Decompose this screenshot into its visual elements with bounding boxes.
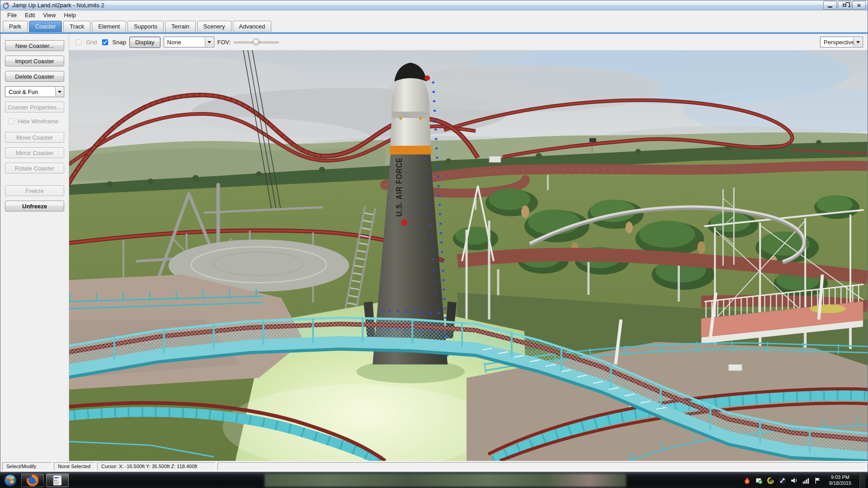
menubar: File Edit View Help xyxy=(0,10,868,20)
system-tray: 9:03 PM 8/18/2015 xyxy=(743,473,868,488)
new-coaster-button[interactable]: New Coaster... xyxy=(5,40,64,51)
mode-select-dropdown[interactable]: None xyxy=(164,37,214,47)
clock-time: 9:03 PM xyxy=(829,474,851,480)
grid-label: Grid xyxy=(86,39,97,46)
unfreeze-button[interactable]: Unfreeze xyxy=(5,201,64,211)
move-coaster-button[interactable]: Move Coaster xyxy=(5,132,64,143)
menu-file[interactable]: File xyxy=(3,11,21,19)
snap-checkbox[interactable] xyxy=(102,39,108,45)
tab-terrain[interactable]: Terrain xyxy=(165,21,196,32)
window-title: Jamp Up Land.nl2park - NoLimits 2 xyxy=(12,2,104,9)
viewport-toolbar: Grid Snap Display None FOV: Perspective xyxy=(69,34,868,50)
hide-wireframe-label: Hide Wireframe xyxy=(18,118,58,125)
fov-slider[interactable] xyxy=(234,38,279,46)
status-cursor: Cursor: X: -16.500ft Y: 35.500ft Z: 118.… xyxy=(97,462,216,470)
status-empty xyxy=(217,462,866,470)
dropbox-sync-icon[interactable] xyxy=(755,477,763,484)
rotate-coaster-button[interactable]: Rotate Coaster xyxy=(5,163,64,174)
camera-mode-dropdown[interactable]: Perspective xyxy=(820,37,863,47)
tab-element[interactable]: Element xyxy=(92,21,126,32)
viewport-3d[interactable]: U.S. AIR FORCE xyxy=(69,50,868,461)
menu-help[interactable]: Help xyxy=(60,11,80,19)
titlebar[interactable]: Jamp Up Land.nl2park - NoLimits 2 × xyxy=(0,0,868,10)
tab-advanced[interactable]: Advanced xyxy=(233,21,272,32)
restore-icon xyxy=(843,4,846,7)
statusbar: Select/Modify None Selected Cursor: X: -… xyxy=(0,461,868,472)
start-button[interactable] xyxy=(2,473,19,488)
taskbar-wallpaper-strip xyxy=(264,474,626,487)
tab-track[interactable]: Track xyxy=(63,21,90,32)
tab-park[interactable]: Park xyxy=(3,21,28,32)
status-mode: Select/Modify xyxy=(2,462,52,470)
coaster-select-dropdown[interactable]: Cool & Fun xyxy=(5,86,64,97)
network-signal-icon[interactable] xyxy=(802,477,810,484)
tab-scenery[interactable]: Scenery xyxy=(197,21,231,32)
display-button[interactable]: Display xyxy=(129,37,160,48)
dropdown-arrow-icon xyxy=(854,38,862,47)
taskbar: 9:03 PM 8/18/2015 xyxy=(0,472,868,488)
tabbar: Park Coaster Track Element Supports Terr… xyxy=(0,20,868,32)
menu-edit[interactable]: Edit xyxy=(21,11,39,19)
antivirus-check-icon[interactable] xyxy=(767,477,774,484)
coaster-properties-button[interactable]: Coaster Properties... xyxy=(5,102,64,113)
snap-label: Snap xyxy=(113,39,126,46)
minimize-button[interactable] xyxy=(823,1,837,9)
show-desktop-button[interactable] xyxy=(859,473,865,488)
steam-icon[interactable] xyxy=(778,477,786,484)
sidebar-spacer xyxy=(5,178,64,185)
close-button[interactable]: × xyxy=(852,1,866,9)
tab-supports[interactable]: Supports xyxy=(127,21,164,32)
taskbar-clock[interactable]: 9:03 PM 8/18/2015 xyxy=(826,474,855,486)
dropdown-arrow-icon xyxy=(205,38,213,47)
temperature-flame-icon[interactable] xyxy=(743,477,751,484)
delete-coaster-button[interactable]: Delete Coaster xyxy=(5,71,64,82)
app-icon xyxy=(2,2,9,9)
fov-slider-handle[interactable] xyxy=(253,38,259,45)
import-coaster-button[interactable]: Import Coaster xyxy=(5,56,64,66)
restore-button[interactable] xyxy=(838,1,851,9)
hide-wireframe-checkbox[interactable] xyxy=(8,118,14,124)
action-center-flag-icon[interactable] xyxy=(814,477,821,484)
firefox-icon xyxy=(27,474,38,486)
taskbar-button-nolimits-editor[interactable] xyxy=(46,474,69,487)
menu-view[interactable]: View xyxy=(39,11,60,19)
clock-date: 8/18/2015 xyxy=(829,480,851,486)
status-selection: None Selected xyxy=(54,462,95,470)
mirror-coaster-button[interactable]: Mirror Coaster xyxy=(5,147,64,158)
grid-checkbox[interactable] xyxy=(75,39,81,45)
freeze-button[interactable]: Freeze xyxy=(5,185,64,196)
mode-select-value: None xyxy=(167,39,181,46)
minimize-icon xyxy=(828,6,832,8)
camera-mode-value: Perspective xyxy=(824,39,854,46)
volume-icon[interactable] xyxy=(790,477,798,484)
coaster-sidebar: New Coaster... Import Coaster Delete Coa… xyxy=(0,34,69,461)
tab-coaster[interactable]: Coaster xyxy=(29,21,62,32)
coaster-select-value: Cool & Fun xyxy=(9,89,38,95)
windows-flag-icon xyxy=(4,474,17,487)
nolimits-editor-icon xyxy=(52,474,62,486)
taskbar-button-firefox[interactable] xyxy=(21,474,44,487)
fov-label: FOV: xyxy=(217,39,231,46)
close-icon: × xyxy=(857,2,861,9)
dropdown-arrow-icon xyxy=(55,87,63,96)
hide-wireframe-row: Hide Wireframe xyxy=(6,117,64,126)
rocket-text: U.S. AIR FORCE xyxy=(394,157,404,216)
nolimits-editor-window: Jamp Up Land.nl2park - NoLimits 2 × File… xyxy=(0,0,868,472)
